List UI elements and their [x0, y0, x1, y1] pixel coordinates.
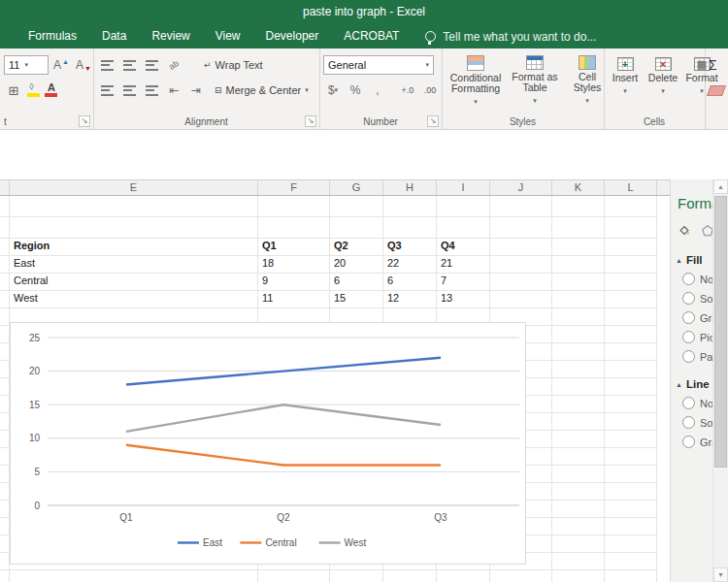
line-section-header[interactable]: ▲ Line: [676, 378, 714, 390]
empty-cell[interactable]: [552, 196, 605, 217]
empty-cell[interactable]: [0, 396, 10, 413]
cell[interactable]: 13: [437, 291, 490, 308]
empty-cell[interactable]: [490, 570, 552, 582]
empty-cell[interactable]: [0, 196, 10, 217]
column-header-stub[interactable]: [0, 180, 10, 195]
cell[interactable]: [552, 291, 605, 308]
tab-data[interactable]: Data: [89, 24, 139, 48]
worksheet-grid[interactable]: E F G H I J K L Region Q1 Q2 Q3 Q4 East …: [0, 179, 670, 582]
empty-cell[interactable]: [552, 343, 605, 361]
cell[interactable]: East: [10, 256, 258, 274]
tell-me-box[interactable]: Tell me what you want to do...: [425, 30, 596, 44]
empty-cell[interactable]: [605, 343, 657, 361]
empty-cell[interactable]: [605, 570, 657, 582]
comma-style-button[interactable]: ,: [368, 81, 387, 99]
fill-option-gradient[interactable]: Gra: [682, 311, 714, 324]
empty-cell[interactable]: [605, 553, 657, 570]
line-option-solid[interactable]: Soli: [682, 416, 714, 429]
empty-cell[interactable]: [552, 413, 605, 431]
delete-cells-button[interactable]: × Delete ▾: [645, 55, 680, 98]
align-bottom-button[interactable]: [142, 56, 161, 74]
line-option-no-line[interactable]: No l: [682, 397, 714, 409]
font-size-combobox[interactable]: 11 ▾: [4, 55, 49, 75]
empty-cell[interactable]: [605, 326, 657, 343]
empty-cell[interactable]: [552, 535, 605, 553]
empty-cell[interactable]: [552, 553, 605, 570]
cell[interactable]: 15: [330, 291, 383, 308]
empty-cell[interactable]: [0, 343, 10, 361]
empty-cell[interactable]: [552, 466, 605, 483]
insert-cells-button[interactable]: + Insert ▾: [608, 55, 643, 98]
fill-option-pattern[interactable]: Patt: [682, 350, 714, 363]
cell[interactable]: [0, 239, 10, 256]
fill-option-solid[interactable]: Soli: [682, 292, 714, 305]
embedded-line-chart[interactable]: 0510152025Q1Q2Q3EastCentralWest: [11, 323, 525, 564]
cell[interactable]: [490, 274, 552, 291]
empty-cell[interactable]: [490, 196, 552, 217]
align-middle-button[interactable]: [119, 56, 139, 74]
empty-cell[interactable]: [605, 483, 657, 501]
cell[interactable]: [0, 274, 10, 291]
tab-review[interactable]: Review: [139, 24, 202, 48]
empty-cell[interactable]: [0, 308, 10, 326]
scroll-up-icon[interactable]: ▲: [713, 179, 728, 194]
empty-cell[interactable]: [605, 413, 657, 431]
empty-cell[interactable]: [258, 570, 330, 582]
empty-cell[interactable]: [383, 570, 437, 582]
cell-region-header[interactable]: Region: [10, 239, 258, 256]
cell[interactable]: [490, 239, 552, 256]
empty-cell[interactable]: [0, 361, 10, 378]
align-right-button[interactable]: [142, 81, 161, 99]
empty-cell[interactable]: [605, 361, 657, 378]
column-header-I[interactable]: I: [437, 180, 490, 195]
empty-cell[interactable]: [0, 413, 10, 431]
tab-formulas[interactable]: Formulas: [16, 24, 89, 48]
tab-view[interactable]: View: [203, 24, 253, 48]
empty-cell[interactable]: [0, 466, 10, 483]
empty-cell[interactable]: [258, 196, 330, 217]
embedded-chart-object[interactable]: 0510152025Q1Q2Q3EastCentralWest: [10, 322, 526, 565]
tab-acrobat[interactable]: ACROBAT: [331, 24, 412, 48]
cell[interactable]: [0, 256, 10, 274]
column-header-J[interactable]: J: [490, 180, 552, 195]
empty-cell[interactable]: [437, 570, 490, 582]
cell[interactable]: [605, 256, 657, 274]
increase-indent-button[interactable]: ⇥: [186, 81, 206, 99]
empty-cell[interactable]: [330, 570, 383, 582]
fill-color-icon[interactable]: [26, 82, 42, 98]
empty-cell[interactable]: [0, 501, 10, 518]
empty-cell[interactable]: [0, 483, 10, 501]
column-header-E[interactable]: E: [10, 180, 258, 195]
empty-cell[interactable]: [0, 431, 10, 448]
empty-cell[interactable]: [605, 308, 657, 326]
cell[interactable]: West: [10, 291, 258, 308]
fill-line-icon[interactable]: [678, 223, 691, 239]
column-header-L[interactable]: L: [605, 180, 657, 195]
empty-cell[interactable]: [330, 196, 383, 217]
cell[interactable]: [0, 291, 10, 308]
empty-cell[interactable]: [0, 217, 10, 239]
empty-cell[interactable]: [605, 431, 657, 448]
cell-q2-header[interactable]: Q2: [330, 239, 383, 256]
fill-section-header[interactable]: ▲ Fill: [676, 254, 714, 266]
tab-developer[interactable]: Developer: [253, 24, 332, 48]
decrease-decimal-button[interactable]: .00: [420, 81, 440, 99]
empty-cell[interactable]: [605, 535, 657, 553]
empty-cell[interactable]: [605, 518, 657, 535]
align-left-button[interactable]: [97, 81, 116, 99]
empty-cell[interactable]: [605, 378, 657, 396]
accounting-format-button[interactable]: $▾: [323, 81, 343, 99]
align-top-button[interactable]: [97, 56, 116, 74]
column-header-K[interactable]: K: [552, 180, 605, 195]
empty-cell[interactable]: [552, 308, 605, 326]
empty-cell[interactable]: [0, 518, 10, 535]
cell[interactable]: Central: [10, 274, 258, 291]
decrease-font-size-button[interactable]: A▼: [74, 56, 93, 74]
cell[interactable]: [552, 256, 605, 274]
borders-icon[interactable]: ⊞: [4, 81, 23, 99]
empty-cell[interactable]: [605, 217, 657, 239]
autosum-icon[interactable]: Σ: [709, 57, 717, 73]
alignment-dialog-launcher-icon[interactable]: ↘: [305, 115, 316, 127]
merge-center-button[interactable]: ⊟ Merge & Center ▾: [211, 83, 313, 97]
cell[interactable]: 22: [383, 256, 437, 274]
